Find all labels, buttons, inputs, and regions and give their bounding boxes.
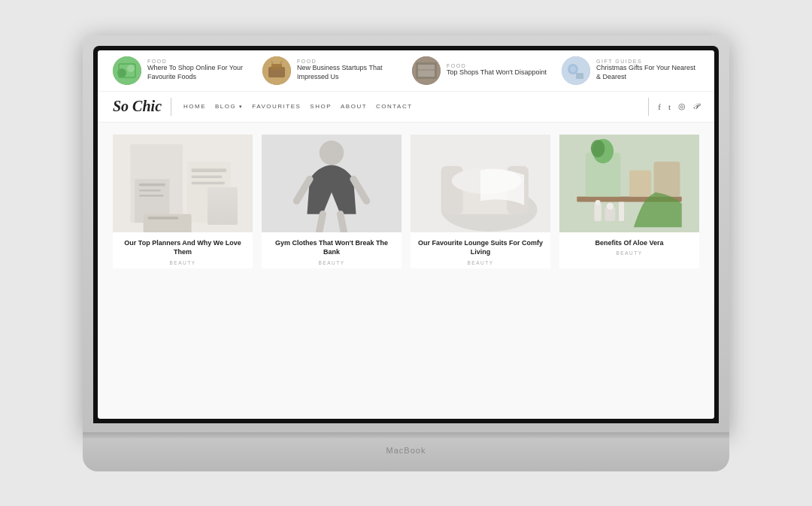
svg-point-0 — [113, 56, 141, 85]
svg-rect-27 — [192, 175, 223, 177]
twitter-icon[interactable]: t — [668, 102, 671, 111]
facebook-icon[interactable]: f — [658, 102, 661, 111]
article-img-3 — [411, 135, 550, 232]
svg-point-50 — [591, 139, 605, 156]
top-bar-circle-2 — [262, 56, 291, 85]
nav-right-divider — [648, 98, 649, 116]
top-bar-circle-1 — [113, 56, 141, 85]
svg-rect-23 — [139, 189, 161, 191]
top-bar-title-3: Top Shops That Won't Disappoint — [447, 68, 547, 77]
article-card-2[interactable]: Gym Clothes That Won't Break The Bank BE… — [262, 135, 401, 268]
top-featured-bar: FOOD Where To Shop Online For Your Favou… — [98, 50, 714, 92]
svg-rect-12 — [418, 65, 435, 77]
top-bar-circle-3 — [412, 56, 441, 85]
pinterest-icon[interactable]: 𝒫 — [693, 102, 699, 111]
laptop-base: MacBook — [83, 432, 729, 471]
article-title-1: Our Top Planners And Why We Love Them — [117, 238, 248, 257]
article-img-4 — [559, 135, 699, 232]
svg-rect-52 — [654, 161, 680, 196]
article-info-1: Our Top Planners And Why We Love Them BE… — [113, 232, 253, 268]
svg-line-37 — [341, 214, 345, 232]
laptop-body: FOOD Where To Shop Online For Your Favou… — [83, 35, 729, 434]
macbook-label: MacBook — [386, 446, 426, 455]
svg-rect-26 — [192, 168, 227, 172]
instagram-icon[interactable]: ◎ — [678, 102, 686, 111]
top-bar-item-3[interactable]: FOOD Top Shops That Won't Disappoint — [412, 56, 550, 85]
svg-rect-17 — [576, 73, 583, 79]
nav-links: HOMEBLOGFAVOURITESSHOPABOUTCONTACT — [183, 103, 639, 110]
article-info-4: Benefits Of Aloe Vera BEAUTY — [559, 232, 699, 259]
svg-rect-30 — [148, 217, 179, 219]
article-category-3: BEAUTY — [415, 260, 546, 265]
top-bar-item-2[interactable]: FOOD New Business Startups That Impresse… — [262, 56, 400, 85]
nav-link-home[interactable]: HOME — [183, 103, 206, 110]
article-img-2 — [262, 135, 401, 232]
screen-bezel: FOOD Where To Shop Online For Your Favou… — [93, 46, 719, 423]
article-category-2: BEAUTY — [266, 260, 397, 265]
nav-link-blog[interactable]: BLOG — [215, 103, 243, 110]
nav-link-favourites[interactable]: FAVOURITES — [252, 103, 301, 110]
nav-divider — [171, 98, 171, 116]
nav-link-contact[interactable]: CONTACT — [376, 103, 413, 110]
top-bar-title-1: Where To Shop Online For Your Favourite … — [147, 64, 250, 81]
article-title-3: Our Favourite Lounge Suits For Comfy Liv… — [415, 238, 546, 257]
article-info-2: Gym Clothes That Won't Break The Bank BE… — [262, 232, 401, 268]
svg-rect-28 — [192, 181, 225, 183]
svg-rect-6 — [271, 64, 282, 70]
laptop-screen: FOOD Where To Shop Online For Your Favou… — [98, 50, 714, 419]
top-bar-text-3: FOOD Top Shops That Won't Disappoint — [447, 63, 547, 77]
top-bar-text-2: FOOD New Business Startups That Impresse… — [297, 59, 400, 81]
article-card-4[interactable]: Benefits Of Aloe Vera BEAUTY — [559, 135, 699, 268]
nav-link-shop[interactable]: SHOP — [310, 103, 332, 110]
svg-point-16 — [570, 66, 576, 72]
svg-line-36 — [319, 214, 323, 232]
top-bar-category-1: FOOD — [147, 59, 250, 64]
articles-grid: Our Top Planners And Why We Love Them BE… — [113, 135, 699, 268]
top-bar-item-1[interactable]: FOOD Where To Shop Online For Your Favou… — [113, 56, 250, 85]
top-bar-text-1: FOOD Where To Shop Online For Your Favou… — [147, 59, 250, 81]
svg-point-2 — [127, 65, 135, 72]
svg-rect-55 — [619, 201, 624, 221]
article-info-3: Our Favourite Lounge Suits For Comfy Liv… — [411, 232, 550, 268]
article-card-3[interactable]: Our Favourite Lounge Suits For Comfy Liv… — [411, 135, 550, 268]
top-bar-text-4: GIFT GUIDES Christmas Gifts For Your Nea… — [596, 59, 699, 81]
top-bar-category-4: GIFT GUIDES — [596, 59, 699, 64]
svg-rect-51 — [629, 170, 651, 196]
svg-rect-24 — [139, 195, 164, 196]
svg-rect-22 — [139, 183, 165, 186]
article-img-1 — [113, 135, 253, 232]
laptop-wrapper: FOOD Where To Shop Online For Your Favou… — [83, 35, 729, 471]
top-bar-circle-4 — [562, 56, 590, 85]
svg-rect-53 — [595, 203, 601, 220]
top-bar-title-4: Christmas Gifts For Your Nearest & Deare… — [596, 64, 699, 81]
top-bar-category-3: FOOD — [447, 63, 547, 68]
svg-point-56 — [595, 200, 601, 205]
svg-point-33 — [320, 141, 344, 165]
site-logo[interactable]: So Chic — [113, 98, 162, 115]
top-bar-category-2: FOOD — [297, 59, 400, 64]
top-bar-item-4[interactable]: GIFT GUIDES Christmas Gifts For Your Nea… — [562, 56, 699, 85]
top-bar-title-2: New Business Startups That Impressed Us — [297, 64, 400, 81]
article-category-4: BEAUTY — [564, 250, 695, 256]
main-content: Our Top Planners And Why We Love Them BE… — [98, 123, 714, 419]
article-card-1[interactable]: Our Top Planners And Why We Love Them BE… — [113, 135, 253, 268]
nav-link-about[interactable]: ABOUT — [341, 103, 367, 110]
article-title-4: Benefits Of Aloe Vera — [564, 238, 695, 248]
svg-point-57 — [607, 202, 614, 209]
nav-bar: So Chic HOMEBLOGFAVOURITESSHOPABOUTCONTA… — [98, 92, 714, 123]
article-category-1: BEAUTY — [117, 260, 248, 265]
article-title-2: Gym Clothes That Won't Break The Bank — [266, 238, 397, 257]
social-icons: f t ◎ 𝒫 — [658, 102, 699, 111]
